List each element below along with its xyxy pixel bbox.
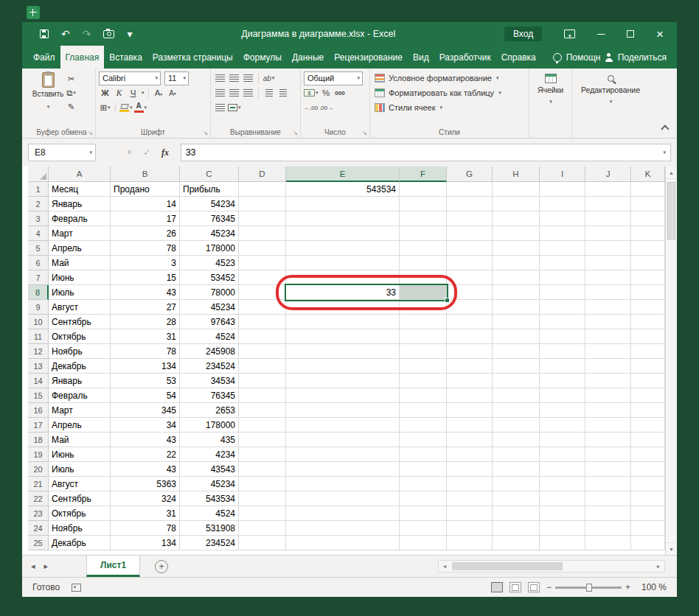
new-sheet-button[interactable]: + bbox=[155, 560, 168, 573]
save-icon[interactable] bbox=[40, 29, 49, 38]
cell-E21[interactable] bbox=[286, 477, 400, 491]
align-middle-button[interactable] bbox=[228, 71, 240, 85]
cell-A3[interactable]: Февраль bbox=[49, 211, 111, 226]
cell-J14[interactable] bbox=[585, 374, 631, 388]
cell-B2[interactable]: 14 bbox=[111, 197, 180, 211]
cell-F8[interactable] bbox=[400, 285, 447, 300]
cell-I1[interactable] bbox=[540, 182, 585, 197]
cell-G12[interactable] bbox=[447, 344, 493, 359]
cell-H7[interactable] bbox=[493, 270, 540, 285]
cell-E22[interactable] bbox=[286, 491, 400, 506]
cell-C13[interactable]: 234524 bbox=[180, 359, 239, 374]
cell-K17[interactable] bbox=[631, 418, 665, 433]
bold-button[interactable]: Ж bbox=[99, 86, 111, 99]
cell-A23[interactable]: Октябрь bbox=[49, 506, 111, 521]
paste-button[interactable]: Вставить ▾ bbox=[31, 71, 65, 127]
cell-G22[interactable] bbox=[447, 491, 493, 506]
cell-C22[interactable]: 543534 bbox=[180, 491, 239, 506]
cell-H15[interactable] bbox=[493, 388, 540, 403]
cell-D21[interactable] bbox=[239, 477, 286, 491]
cell-B11[interactable]: 31 bbox=[111, 329, 180, 344]
cell-F4[interactable] bbox=[400, 226, 447, 241]
cell-E15[interactable] bbox=[286, 388, 400, 403]
name-box-dropdown-icon[interactable]: ▾ bbox=[89, 150, 92, 155]
cell-E10[interactable] bbox=[286, 315, 400, 329]
cell-D15[interactable] bbox=[239, 388, 286, 403]
cell-H12[interactable] bbox=[493, 344, 540, 359]
cell-C17[interactable]: 178000 bbox=[180, 418, 239, 433]
fill-color-button[interactable]: ▾ bbox=[119, 101, 133, 114]
cell-F11[interactable] bbox=[400, 329, 447, 344]
cell-D3[interactable] bbox=[239, 211, 286, 226]
customize-qat-icon[interactable]: ▾ bbox=[127, 29, 132, 39]
decrease-font-button[interactable]: А▾ bbox=[167, 86, 179, 99]
copy-button[interactable]: ⧉▾ bbox=[65, 86, 77, 99]
close-button[interactable]: × bbox=[656, 28, 664, 41]
cell-G23[interactable] bbox=[447, 506, 493, 521]
cell-H23[interactable] bbox=[493, 506, 540, 521]
cell-G21[interactable] bbox=[447, 477, 493, 491]
name-box[interactable]: E8 ▾ bbox=[28, 144, 96, 161]
cell-E24[interactable] bbox=[286, 521, 400, 536]
cell-H3[interactable] bbox=[493, 211, 540, 226]
column-header-K[interactable]: K bbox=[631, 167, 665, 182]
cell-E12[interactable] bbox=[286, 344, 400, 359]
cell-J10[interactable] bbox=[585, 315, 631, 329]
cell-J5[interactable] bbox=[585, 241, 631, 256]
cell-G1[interactable] bbox=[447, 182, 493, 197]
cell-K1[interactable] bbox=[631, 182, 665, 197]
font-name-select[interactable]: Calibri▾ bbox=[99, 71, 161, 85]
orientation-button[interactable]: ab▾ bbox=[262, 71, 275, 85]
cell-I21[interactable] bbox=[540, 477, 585, 491]
cell-K8[interactable] bbox=[631, 285, 665, 300]
cell-D5[interactable] bbox=[239, 241, 286, 256]
cell-A24[interactable]: Ноябрь bbox=[49, 521, 111, 536]
cell-K23[interactable] bbox=[631, 506, 665, 521]
row-header-17[interactable]: 17 bbox=[28, 418, 49, 433]
vertical-scrollbar[interactable]: ▲ ▼ bbox=[665, 167, 677, 555]
cell-C16[interactable]: 2653 bbox=[180, 403, 239, 418]
percent-style-button[interactable]: % bbox=[320, 86, 333, 99]
row-header-4[interactable]: 4 bbox=[28, 226, 49, 241]
cell-K10[interactable] bbox=[631, 315, 665, 329]
cell-E20[interactable] bbox=[286, 462, 400, 477]
cell-F19[interactable] bbox=[400, 447, 447, 462]
cell-I3[interactable] bbox=[540, 211, 585, 226]
cell-I14[interactable] bbox=[540, 374, 585, 388]
decrease-decimal-button[interactable]: ,00→ bbox=[319, 101, 333, 114]
cell-A19[interactable]: Июнь bbox=[49, 447, 111, 462]
cell-C12[interactable]: 245908 bbox=[180, 344, 239, 359]
cell-G18[interactable] bbox=[447, 433, 493, 447]
paste-dropdown-icon[interactable]: ▾ bbox=[47, 104, 50, 109]
row-header-7[interactable]: 7 bbox=[28, 270, 49, 285]
cell-E9[interactable] bbox=[286, 300, 400, 315]
scroll-down-icon[interactable]: ▼ bbox=[666, 542, 677, 555]
cell-I8[interactable] bbox=[540, 285, 585, 300]
cell-D11[interactable] bbox=[239, 329, 286, 344]
row-header-20[interactable]: 20 bbox=[28, 462, 49, 477]
cell-H25[interactable] bbox=[493, 536, 540, 550]
cell-H13[interactable] bbox=[493, 359, 540, 374]
cell-G19[interactable] bbox=[447, 447, 493, 462]
scroll-right-icon[interactable]: ▸ bbox=[653, 563, 664, 570]
cell-F15[interactable] bbox=[400, 388, 447, 403]
cell-I6[interactable] bbox=[540, 256, 585, 270]
row-header-2[interactable]: 2 bbox=[28, 197, 49, 211]
comma-style-button[interactable]: 000 bbox=[334, 86, 347, 99]
cell-H2[interactable] bbox=[493, 197, 540, 211]
number-dialog-launcher-icon[interactable]: ↘ bbox=[362, 130, 367, 136]
cell-B5[interactable]: 78 bbox=[111, 241, 180, 256]
cell-B9[interactable]: 27 bbox=[111, 300, 180, 315]
ribbon-tab-formulas[interactable]: Формулы bbox=[238, 46, 287, 69]
align-top-button[interactable] bbox=[214, 71, 226, 85]
cell-B16[interactable]: 345 bbox=[111, 403, 180, 418]
cell-F16[interactable] bbox=[400, 403, 447, 418]
row-header-19[interactable]: 19 bbox=[28, 447, 49, 462]
cell-I17[interactable] bbox=[540, 418, 585, 433]
row-header-6[interactable]: 6 bbox=[28, 256, 49, 270]
sheet-tab-list1[interactable]: Лист1 bbox=[86, 556, 140, 577]
cell-B8[interactable]: 43 bbox=[111, 285, 180, 300]
cell-J12[interactable] bbox=[585, 344, 631, 359]
cell-F22[interactable] bbox=[400, 491, 447, 506]
page-break-view-button[interactable] bbox=[528, 582, 540, 592]
